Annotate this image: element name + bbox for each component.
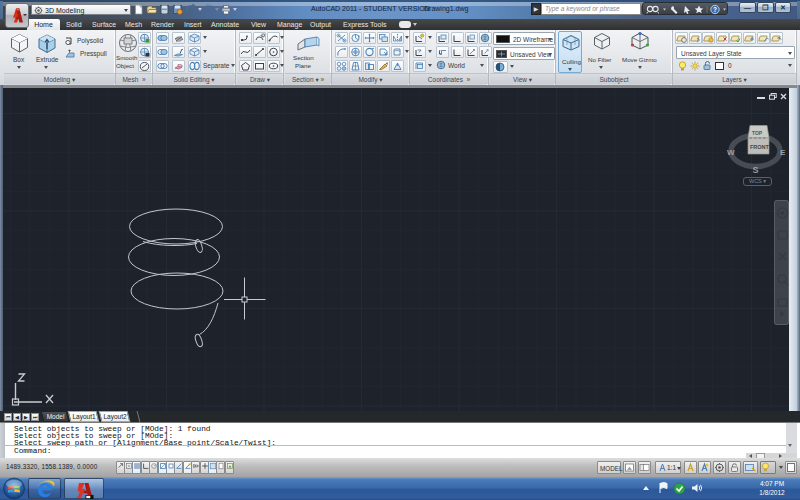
svg-text:E: E xyxy=(780,148,786,157)
svg-text:W: W xyxy=(727,148,735,157)
svg-text:FRONT: FRONT xyxy=(750,144,770,150)
svg-text:1:1: 1:1 xyxy=(667,464,676,471)
svg-text:?: ? xyxy=(713,6,717,13)
svg-text:S: S xyxy=(753,165,759,175)
svg-text:TOP: TOP xyxy=(752,130,763,136)
